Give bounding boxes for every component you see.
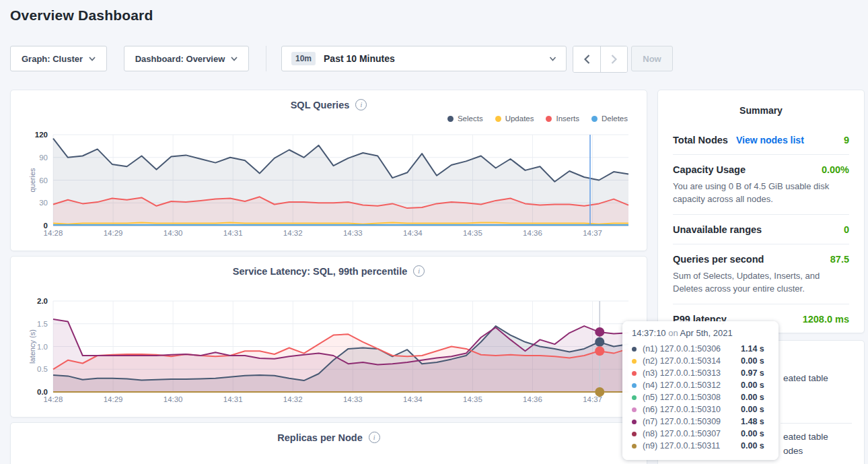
time-step-button-group <box>573 46 628 73</box>
service-latency-chart[interactable]: 14:2814:2914:3014:3114:3214:3314:3414:35… <box>11 257 647 417</box>
tooltip-row: (n7) 127.0.0.1:503091.48 s <box>632 416 769 428</box>
svg-text:latency (s): latency (s) <box>28 329 36 364</box>
svg-text:14:36: 14:36 <box>523 229 542 237</box>
tooltip-node-label: (n1) 127.0.0.1:50306 <box>643 344 741 354</box>
toolbar-divider <box>266 46 266 71</box>
series-dot-icon <box>632 395 637 400</box>
svg-text:14:28: 14:28 <box>44 229 63 237</box>
tooltip-node-value: 0.00 s <box>741 393 764 402</box>
summary-title: Summary <box>673 105 849 116</box>
tooltip-row: (n4) 127.0.0.1:503120.00 s <box>632 379 769 391</box>
tooltip-node-value: 1.14 s <box>741 344 764 354</box>
summary-label: Total Nodes <box>673 135 728 145</box>
svg-text:14:34: 14:34 <box>403 229 423 237</box>
tooltip-node-label: (n7) 127.0.0.1:50309 <box>643 417 741 426</box>
tooltip-node-value: 0.00 s <box>741 380 764 390</box>
svg-text:14:35: 14:35 <box>463 229 482 237</box>
summary-value: 0 <box>844 224 849 235</box>
svg-text:14:32: 14:32 <box>283 229 303 237</box>
tooltip-node-label: (n2) 127.0.0.1:50314 <box>643 356 741 366</box>
service-latency-card: Service Latency: SQL, 99th percentile i … <box>10 256 647 418</box>
chevron-down-icon <box>89 57 96 61</box>
svg-text:60: 60 <box>39 176 48 185</box>
summary-value: 9 <box>844 135 849 145</box>
svg-text:14:37: 14:37 <box>583 229 602 237</box>
svg-text:14:31: 14:31 <box>223 229 243 237</box>
svg-text:2.0: 2.0 <box>37 297 48 305</box>
dashboard-dropdown-label: Dashboard: Overview <box>135 54 225 64</box>
time-range-dropdown[interactable]: 10m Past 10 Minutes <box>281 46 567 71</box>
tooltip-row: (n9) 127.0.0.1:503110.00 s <box>632 440 769 452</box>
series-dot-icon <box>632 444 637 449</box>
tooltip-node-label: (n6) 127.0.0.1:50310 <box>643 405 741 414</box>
svg-text:14:30: 14:30 <box>164 229 183 237</box>
summary-description: You are using 0 B of 4.5 GiB usable disk… <box>673 180 849 205</box>
tooltip-row: (n5) 127.0.0.1:503080.00 s <box>632 391 769 403</box>
chevron-right-icon <box>611 55 617 64</box>
summary-value: 87.5 <box>830 254 849 265</box>
tooltip-node-value: 1.48 s <box>741 417 764 426</box>
tooltip-row: (n6) 127.0.0.1:503100.00 s <box>632 403 769 416</box>
svg-text:14:32: 14:32 <box>283 395 303 403</box>
chevron-down-icon <box>549 57 556 61</box>
svg-text:0.5: 0.5 <box>37 365 48 373</box>
tooltip-node-label: (n9) 127.0.0.1:50311 <box>643 441 741 451</box>
summary-panel: Summary Total Nodes View nodes list 9 Ca… <box>657 90 865 333</box>
chart-tooltip: 14:37:10 on Apr 5th, 2021 (n1) 127.0.0.1… <box>622 321 779 460</box>
summary-row-queries-per-second: Queries per second 87.5 Sum of Selects, … <box>673 244 849 304</box>
next-time-button[interactable] <box>600 46 627 72</box>
event-item-text: odes <box>783 446 803 456</box>
event-divider <box>781 423 852 424</box>
dashboard-dropdown[interactable]: Dashboard: Overview <box>124 46 249 71</box>
tooltip-node-label: (n3) 127.0.0.1:50313 <box>643 368 741 378</box>
sql-queries-chart[interactable]: 14:2814:2914:3014:3114:3214:3314:3414:35… <box>11 90 647 251</box>
svg-text:14:28: 14:28 <box>44 395 63 403</box>
series-dot-icon <box>632 432 637 436</box>
summary-row-capacity-usage: Capacity Usage 0.00% You are using 0 B o… <box>673 154 849 214</box>
summary-value: 0.00% <box>822 164 849 175</box>
svg-text:queries: queries <box>28 168 36 193</box>
tooltip-row: (n3) 127.0.0.1:503130.97 s <box>632 367 769 379</box>
summary-label: Capacity Usage <box>673 164 746 175</box>
summary-row-unavailable-ranges: Unavailable ranges 0 <box>673 214 849 244</box>
series-dot-icon <box>632 359 637 364</box>
series-dot-icon <box>632 347 637 352</box>
series-dot-icon <box>632 371 637 376</box>
info-icon[interactable]: i <box>369 432 380 443</box>
svg-text:14:36: 14:36 <box>523 395 542 403</box>
svg-text:14:33: 14:33 <box>343 229 363 237</box>
tooltip-node-value: 0.00 s <box>741 356 764 366</box>
graph-dropdown-label: Graph: Cluster <box>22 54 83 64</box>
replicas-per-node-card: Replicas per Node i <box>10 422 647 464</box>
svg-text:14:31: 14:31 <box>223 395 243 403</box>
summary-row-total-nodes: Total Nodes View nodes list 9 <box>673 125 849 154</box>
tooltip-node-value: 0.00 s <box>741 429 764 438</box>
tooltip-node-label: (n5) 127.0.0.1:50308 <box>643 393 741 402</box>
series-dot-icon <box>632 407 637 412</box>
tooltip-timestamp: 14:37:10 on Apr 5th, 2021 <box>632 328 769 338</box>
svg-text:14:29: 14:29 <box>104 229 123 237</box>
overview-dashboard-page: Overview Dashboard Graph: Cluster Dashbo… <box>0 0 868 464</box>
summary-value: 1208.0 ms <box>803 314 849 325</box>
svg-text:14:33: 14:33 <box>343 395 363 403</box>
tooltip-node-label: (n8) 127.0.0.1:50307 <box>643 429 741 438</box>
prev-time-button[interactable] <box>573 46 600 72</box>
event-item-text: eated table <box>783 373 828 383</box>
graph-dropdown[interactable]: Graph: Cluster <box>10 46 107 71</box>
svg-text:1.5: 1.5 <box>37 320 48 328</box>
event-item-text: eated table <box>783 432 828 442</box>
tooltip-row: (n8) 127.0.0.1:503070.00 s <box>632 428 769 440</box>
svg-text:0.0: 0.0 <box>37 388 48 396</box>
tooltip-node-value: 0.97 s <box>741 368 764 378</box>
summary-description: Sum of Selects, Updates, Inserts, and De… <box>673 269 849 295</box>
series-dot-icon <box>632 420 637 424</box>
now-button[interactable]: Now <box>631 46 673 71</box>
svg-text:0: 0 <box>44 222 48 230</box>
tooltip-node-value: 0.00 s <box>741 441 764 451</box>
svg-text:1.0: 1.0 <box>37 343 48 351</box>
view-nodes-link[interactable]: View nodes list <box>736 135 804 145</box>
svg-text:14:30: 14:30 <box>164 395 183 403</box>
svg-text:120: 120 <box>35 131 48 139</box>
time-range-badge: 10m <box>291 52 316 65</box>
chevron-left-icon <box>584 55 590 64</box>
